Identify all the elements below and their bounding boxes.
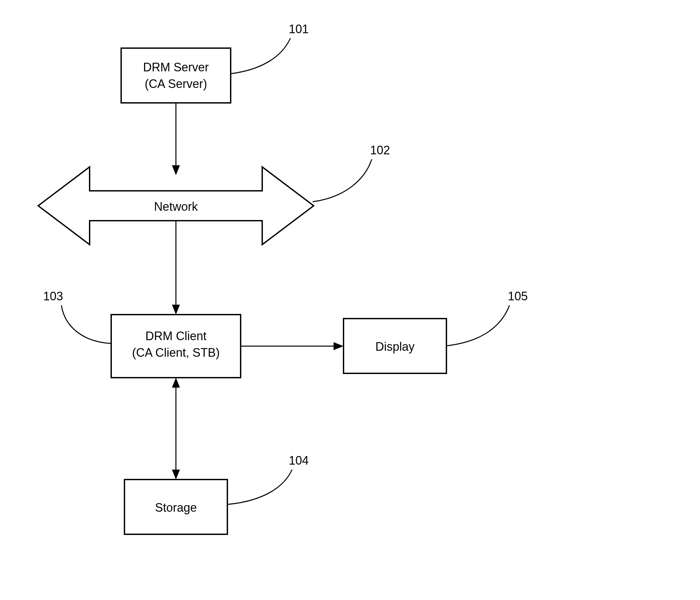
ref-102: 102 (312, 143, 390, 202)
svg-marker-2 (172, 165, 180, 175)
drm-server-block: DRM Server (CA Server) (121, 48, 231, 103)
arrow-client-storage (172, 378, 180, 479)
ref-104: 104 (227, 454, 309, 504)
svg-marker-5 (172, 305, 180, 315)
arrow-network-to-client (172, 221, 180, 315)
ref-103-text: 103 (43, 290, 63, 303)
ref-104-text: 104 (289, 454, 309, 467)
storage-label: Storage (155, 501, 197, 515)
arrow-client-to-display (241, 342, 344, 350)
svg-rect-0 (121, 48, 231, 103)
drm-client-block: DRM Client (CA Client, STB) (111, 315, 241, 378)
ref-102-text: 102 (370, 143, 390, 157)
network-label: Network (154, 200, 198, 214)
drm-server-label-line1: DRM Server (143, 60, 209, 74)
diagram-canvas: DRM Server (CA Server) Network DRM Clien… (0, 0, 700, 600)
ref-103: 103 (43, 290, 111, 344)
display-block: Display (344, 319, 446, 373)
svg-marker-11 (172, 378, 180, 388)
svg-marker-12 (172, 470, 180, 479)
storage-block: Storage (124, 479, 227, 534)
drm-server-label-line2: (CA Server) (145, 77, 207, 91)
display-label: Display (375, 340, 415, 353)
drm-client-label-line2: (CA Client, STB) (132, 346, 220, 359)
ref-105-text: 105 (508, 290, 528, 303)
ref-101: 101 (231, 22, 309, 74)
ref-105: 105 (446, 290, 528, 346)
ref-101-text: 101 (289, 22, 309, 36)
drm-client-label-line1: DRM Client (145, 329, 206, 343)
svg-marker-8 (333, 342, 344, 350)
arrow-server-to-network (172, 103, 180, 175)
